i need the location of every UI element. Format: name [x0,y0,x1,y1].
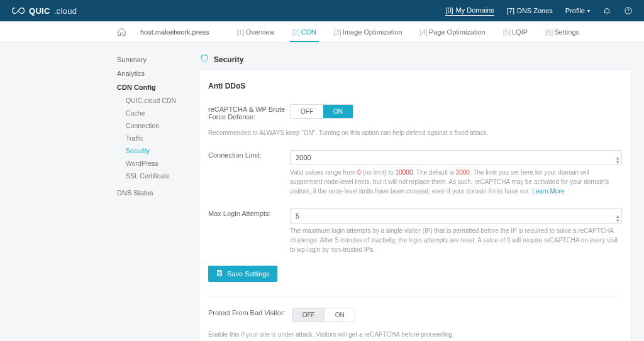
badvisitor-toggle[interactable]: OFF ON [292,308,355,322]
home-icon[interactable] [117,27,126,36]
infinity-icon [11,6,25,15]
maxlogin-desc: The maximum login attempts by a single v… [290,226,622,254]
sidebar-item-traffic[interactable]: Traffic [117,132,199,144]
sidebar-item-quic-cdn[interactable]: QUIC.cloud CDN [117,94,199,107]
sidebar-item-security[interactable]: Security [117,144,199,157]
maxlogin-input[interactable] [290,208,622,224]
section-antiddos-title: Anti DDoS [208,82,622,90]
connlimit-label: Connection Limit: [208,150,290,159]
nav-my-domains[interactable]: [0] My Domains [445,6,494,16]
recaptcha-off[interactable]: OFF [291,105,323,118]
sidebar-item-ssl[interactable]: SSL Certificate [117,170,199,182]
topnav: [0] My Domains [7] DNS Zones Profile ▾ [445,6,633,16]
nav-domains-label: My Domains [456,6,494,14]
brand-main: QUIC [29,6,50,16]
bell-icon[interactable] [602,6,611,15]
tab-image-optimization[interactable]: [3]Image Optimization [325,21,411,42]
tab-settings[interactable]: [6]Settings [536,21,588,42]
nav-dns-label: DNS Zones [517,7,553,14]
sidebar: Summary Analytics CDN Config QUIC.cloud … [117,50,199,341]
help-icon[interactable] [624,6,633,15]
learn-more-link[interactable]: Learn More [532,188,564,195]
recaptcha-label: reCAPTCHA & WP Brute Force Defense: [208,104,290,121]
tab-overview[interactable]: [1]Overview [228,21,283,42]
tabs: [1]Overview [2]CDN [3]Image Optimization… [228,21,588,42]
sidebar-item-connection[interactable]: Connection [117,119,199,132]
stepper-icon[interactable]: ▴▾ [616,214,619,223]
save-button[interactable]: Save Settings [208,266,277,282]
maxlogin-label: Max Login Attempts: [208,208,290,217]
nav-dns-prefix: [7] [507,7,514,14]
breadcrumb-host[interactable]: host.makeitwork.press [140,28,209,36]
subbar: host.makeitwork.press [1]Overview [2]CDN… [0,21,644,43]
connlimit-desc: Valid values range from 0 (no limit) to … [290,168,622,196]
badvisitor-desc: Enable this if your site is under attack… [208,330,560,339]
sidebar-item-dns-status[interactable]: DNS Status [117,186,199,200]
sidebar-item-cdn-config[interactable]: CDN Config [117,80,199,94]
recaptcha-toggle[interactable]: OFF ON [290,104,353,119]
save-label: Save Settings [227,270,270,278]
nav-profile[interactable]: Profile ▾ [565,7,590,14]
topbar: QUIC.cloud [0] My Domains [7] DNS Zones … [0,0,644,21]
shield-icon [200,54,209,65]
nav-dns-zones[interactable]: [7] DNS Zones [507,7,553,14]
chevron-down-icon: ▾ [587,8,590,14]
badvisitor-on[interactable]: ON [325,308,355,322]
tab-cdn[interactable]: [2]CDN [284,21,325,42]
sidebar-item-analytics[interactable]: Analytics [117,67,199,80]
recaptcha-on[interactable]: ON [323,105,353,118]
panel-header: Security [199,50,631,70]
sidebar-item-cache[interactable]: Cache [117,107,199,119]
brand-sub: .cloud [54,6,77,16]
sidebar-item-summary[interactable]: Summary [117,53,199,67]
nav-domains-prefix: [0] [445,6,453,14]
save-icon [216,269,223,278]
tab-page-optimization[interactable]: [4]Page Optimization [411,21,494,42]
main-panel: Security Anti DDoS reCAPTCHA & WP Brute … [199,50,631,341]
badvisitor-off[interactable]: OFF [292,308,325,322]
content: Anti DDoS reCAPTCHA & WP Brute Force Def… [199,70,631,341]
recaptcha-desc: Recommended to ALWAYS keep "ON". Turning… [208,128,560,138]
tab-lqip[interactable]: [5]LQIP [494,21,536,42]
nav-profile-label: Profile [565,7,585,14]
panel-title: Security [214,55,243,64]
stepper-icon[interactable]: ▴▾ [616,156,619,165]
badvisitor-label: Protect From Bad Visitor: [208,308,286,317]
sidebar-item-wordpress[interactable]: WordPress [117,157,199,170]
connlimit-input[interactable] [290,150,622,165]
brand-logo[interactable]: QUIC.cloud [11,6,77,16]
